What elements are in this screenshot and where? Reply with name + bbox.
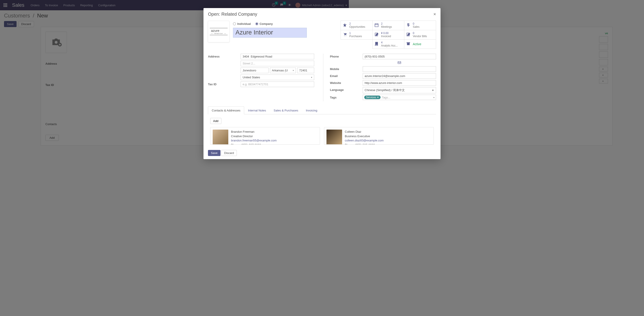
tab-sales[interactable]: Sales & Purchases xyxy=(270,106,302,114)
label-phone: Phone xyxy=(330,54,349,65)
state-select[interactable]: Arkansas (U xyxy=(270,68,296,73)
tab-invoicing[interactable]: Invoicing xyxy=(302,106,321,114)
label-mobile: Mobile xyxy=(330,66,349,72)
label-taxid: Tax ID xyxy=(208,82,240,87)
radio-company[interactable]: Company xyxy=(255,22,273,26)
svg-point-14 xyxy=(344,35,345,36)
label-email: Email xyxy=(330,73,349,79)
stat-opportunities[interactable]: 2Opportunities xyxy=(340,21,349,30)
contact-card[interactable]: Brandon Freeman Creative Director brando… xyxy=(210,127,320,145)
contact-email[interactable]: colleen.diaz83@example.com xyxy=(345,138,349,143)
contact-title: Business Executive xyxy=(345,134,349,139)
street2-input[interactable] xyxy=(240,61,314,66)
label-address: Address xyxy=(208,54,240,80)
contact-phone: Phone: (255)-595-8393 xyxy=(345,143,349,145)
label-tags: Tags xyxy=(330,95,349,100)
tab-notes[interactable]: Internal Notes xyxy=(244,106,270,114)
svg-point-15 xyxy=(346,35,346,36)
contact-avatar xyxy=(326,130,342,145)
tabs: Contacts & Addresses Internal Notes Sale… xyxy=(208,106,349,114)
label-language: Language xyxy=(330,87,349,93)
add-contact-button[interactable]: Add xyxy=(210,118,222,124)
star-icon xyxy=(342,23,348,28)
company-logo[interactable]: azure— interior — xyxy=(208,21,230,42)
contact-name: Brandon Freeman xyxy=(231,130,276,134)
contact-name: Colleen Diaz xyxy=(345,130,349,134)
contact-avatar xyxy=(213,130,228,145)
contact-phone: Phone: (355)-687-3262 xyxy=(231,143,276,145)
country-select[interactable]: United States xyxy=(240,75,314,80)
modal-header: Open: Related Company × xyxy=(204,8,349,20)
stat-grid: 2Opportunities 2Meetings 0Sales 1Purchas… xyxy=(341,21,349,49)
contact-email[interactable]: brandon.freeman55@example.com xyxy=(231,138,276,143)
contact-card[interactable]: Colleen Diaz Business Executive colleen.… xyxy=(324,127,349,145)
label-website: Website xyxy=(330,80,349,86)
modal-title: Open: Related Company xyxy=(208,12,257,17)
radio-individual[interactable]: Individual xyxy=(233,22,251,26)
taxid-input[interactable] xyxy=(240,82,314,87)
modal-overlay: Open: Related Company × azure— interior … xyxy=(0,0,349,172)
city-input[interactable] xyxy=(240,68,268,73)
contact-title: Creative Director xyxy=(231,134,276,139)
stat-purchases[interactable]: 1Purchases xyxy=(340,30,349,40)
modal-save-button[interactable]: Save xyxy=(208,150,220,156)
tab-contacts[interactable]: Contacts & Addresses xyxy=(208,106,244,114)
cart-icon xyxy=(342,32,348,37)
street-input[interactable] xyxy=(240,54,314,59)
zip-input[interactable] xyxy=(297,68,314,73)
modal-discard-button[interactable]: Discard xyxy=(221,150,237,156)
modal: Open: Related Company × azure— interior … xyxy=(204,8,349,159)
company-name-input[interactable] xyxy=(233,28,307,38)
